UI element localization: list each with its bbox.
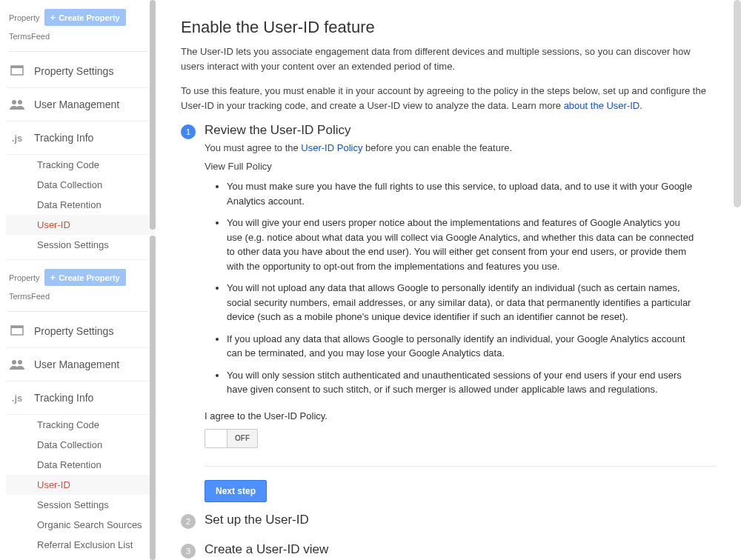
create-property-button-2[interactable]: + Create Property bbox=[44, 269, 126, 286]
page-description: The User-ID lets you associate engagemen… bbox=[181, 44, 716, 73]
nav-label: Tracking Info bbox=[34, 132, 93, 144]
nav-label: User Management bbox=[34, 359, 119, 370]
account-name: TermsFeed bbox=[6, 29, 156, 48]
sidebar-item-tracking-info[interactable]: .js Tracking Info bbox=[6, 121, 156, 155]
nav-label: User Management bbox=[34, 99, 119, 110]
nav-label: Property Settings bbox=[34, 65, 113, 77]
step-3-title: Create a User-ID view bbox=[205, 542, 716, 557]
policy-bullet: You must make sure you have the full rig… bbox=[227, 179, 716, 208]
sidebar-sub-tracking-code-2[interactable]: Tracking Code bbox=[6, 415, 156, 435]
sidebar-sub-user-id[interactable]: User-ID bbox=[6, 215, 156, 235]
step-2-title: Set up the User-ID bbox=[205, 513, 716, 527]
toggle-knob bbox=[205, 430, 227, 447]
users-icon bbox=[9, 97, 25, 112]
step-number-1: 1 bbox=[181, 124, 196, 139]
toggle-label: OFF bbox=[227, 430, 257, 447]
svg-point-6 bbox=[12, 360, 16, 364]
policy-bullet: If you upload any data that allows Googl… bbox=[227, 332, 716, 361]
sidebar-sub-user-id-2[interactable]: User-ID bbox=[6, 475, 156, 495]
plus-icon: + bbox=[50, 273, 56, 282]
sidebar-sub-data-retention[interactable]: Data Retention bbox=[6, 195, 156, 215]
sidebar-item-tracking-info-2[interactable]: .js Tracking Info bbox=[6, 381, 156, 415]
sidebar-sub-session-settings-2[interactable]: Session Settings bbox=[6, 495, 156, 515]
js-icon: .js bbox=[9, 130, 25, 145]
sidebar-item-user-management-2[interactable]: User Management bbox=[6, 348, 156, 381]
svg-point-2 bbox=[12, 100, 16, 104]
property-label: Property bbox=[9, 13, 40, 22]
about-user-id-link[interactable]: about the User-ID bbox=[564, 100, 640, 111]
page-lead: To use this feature, you must enable it … bbox=[181, 84, 716, 113]
svg-point-3 bbox=[18, 100, 22, 104]
users-icon bbox=[9, 357, 25, 372]
step-divider bbox=[205, 466, 716, 467]
sidebar-item-property-settings[interactable]: Property Settings bbox=[6, 55, 156, 88]
step-1-subtitle: You must agree to the User-ID Policy bef… bbox=[205, 142, 716, 153]
sidebar-sub-data-collection[interactable]: Data Collection bbox=[6, 175, 156, 195]
property-label-2: Property bbox=[9, 273, 40, 282]
svg-point-7 bbox=[18, 360, 22, 364]
step-number-2: 2 bbox=[181, 514, 196, 529]
nav-label: Property Settings bbox=[34, 325, 113, 337]
step-number-3: 3 bbox=[181, 544, 196, 559]
agree-toggle[interactable]: OFF bbox=[205, 429, 258, 448]
content-scrollbar[interactable] bbox=[734, 0, 741, 560]
js-icon: .js bbox=[9, 390, 25, 405]
create-property-button[interactable]: + Create Property bbox=[44, 9, 126, 26]
page-title: Enable the User-ID feature bbox=[181, 18, 716, 37]
step-1: 1 Review the User-ID Policy You must agr… bbox=[181, 123, 716, 502]
sidebar-item-user-management[interactable]: User Management bbox=[6, 88, 156, 121]
step-3: 3 Create a User-ID view bbox=[181, 542, 716, 561]
policy-bullet: You will not upload any data that allows… bbox=[227, 281, 716, 324]
plus-icon: + bbox=[50, 13, 56, 22]
sidebar-sub-data-collection-2[interactable]: Data Collection bbox=[6, 435, 156, 455]
create-property-label-2: Create Property bbox=[59, 273, 120, 282]
main-content: Enable the User-ID feature The User-ID l… bbox=[156, 0, 741, 560]
sidebar-sub-session-settings[interactable]: Session Settings bbox=[6, 235, 156, 255]
svg-rect-1 bbox=[11, 66, 23, 68]
step-2: 2 Set up the User-ID bbox=[181, 513, 716, 532]
nav-label: Tracking Info bbox=[34, 392, 93, 404]
next-step-button[interactable]: Next step bbox=[205, 480, 267, 502]
sidebar-sub-tracking-code[interactable]: Tracking Code bbox=[6, 155, 156, 175]
policy-bullet: You will only session stitch authenticat… bbox=[227, 368, 716, 397]
account-name-2: TermsFeed bbox=[6, 289, 156, 308]
sidebar-sub-referral-exclusion[interactable]: Referral Exclusion List bbox=[6, 535, 156, 555]
sidebar-item-property-settings-2[interactable]: Property Settings bbox=[6, 315, 156, 348]
sidebar: Property + Create Property TermsFeed Pro… bbox=[0, 0, 156, 560]
step-1-title: Review the User-ID Policy bbox=[205, 123, 716, 138]
user-id-policy-link[interactable]: User-ID Policy bbox=[301, 142, 362, 153]
sidebar-sub-search-term-exclusion[interactable]: Search Term Exclusion List bbox=[6, 555, 156, 560]
divider bbox=[9, 51, 148, 52]
svg-rect-5 bbox=[11, 326, 23, 328]
view-full-policy[interactable]: View Full Policy bbox=[205, 161, 716, 172]
property-settings-icon bbox=[9, 324, 25, 339]
property-settings-icon bbox=[9, 64, 25, 79]
sidebar-sub-data-retention-2[interactable]: Data Retention bbox=[6, 455, 156, 475]
sidebar-sub-organic-search[interactable]: Organic Search Sources bbox=[6, 515, 156, 535]
divider bbox=[9, 311, 148, 312]
policy-list: You must make sure you have the full rig… bbox=[205, 179, 716, 397]
agree-text: I agree to the User-ID Policy. bbox=[205, 410, 716, 421]
create-property-label: Create Property bbox=[59, 13, 120, 22]
sidebar-scrollbar[interactable] bbox=[150, 0, 156, 560]
policy-bullet: You will give your end users proper noti… bbox=[227, 216, 716, 273]
